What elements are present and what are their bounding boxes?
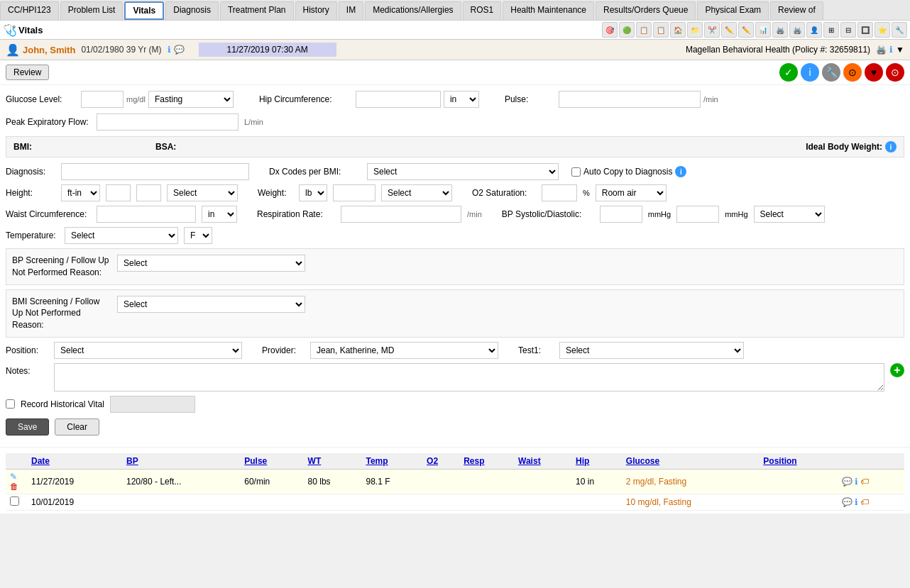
o2-type-select[interactable]: Room air — [596, 184, 667, 201]
row-chat-icon[interactable]: 💬 — [842, 477, 853, 487]
ideal-weight-info[interactable]: i — [885, 141, 897, 152]
patient-info-icon[interactable]: ℹ — [889, 45, 893, 55]
position-select[interactable]: Select — [54, 342, 242, 359]
gauge-icon[interactable]: ⊙ — [843, 63, 862, 82]
provider-select[interactable]: Jean, Katherine, MD — [310, 342, 498, 359]
bp-screening-select[interactable]: Select — [117, 255, 305, 272]
tab-ros1[interactable]: ROS1 — [463, 1, 502, 20]
auto-copy-checkbox[interactable] — [571, 167, 581, 177]
glucose-input[interactable] — [81, 91, 124, 108]
toolbar-icon-4[interactable]: 📋 — [653, 22, 669, 38]
dx-codes-select[interactable]: Select — [367, 163, 559, 180]
review-button[interactable]: Review — [6, 65, 49, 80]
wrench-icon[interactable]: 🔧 — [822, 63, 840, 82]
add-note-icon[interactable]: + — [890, 363, 904, 377]
weight-unit-select[interactable]: lbs kg — [299, 184, 327, 201]
bmi-screening-select[interactable]: Select — [117, 296, 305, 313]
patient-action-icon[interactable]: 🖨️ — [876, 45, 887, 55]
toolbar-icon-6[interactable]: 📁 — [687, 22, 703, 38]
tab-problem-list[interactable]: Problem List — [60, 1, 124, 20]
tab-health-maintenance[interactable]: Health Maintenance — [503, 1, 594, 20]
bp-systolic-input[interactable] — [600, 206, 642, 223]
col-position[interactable]: Position — [763, 456, 796, 466]
historical-date-input[interactable] — [110, 396, 195, 413]
toolbar-icon-11[interactable]: 🖨️ — [772, 22, 788, 38]
toolbar-icon-17[interactable]: ⭐ — [875, 22, 890, 38]
tab-diagnosis[interactable]: Diagnosis — [165, 1, 219, 20]
toolbar-icon-12[interactable]: 🖨️ — [789, 22, 805, 38]
weight-input[interactable] — [333, 184, 375, 201]
toolbar-icon-3[interactable]: 📋 — [636, 22, 652, 38]
tab-medications-allergies[interactable]: Medications/Allergies — [365, 1, 461, 20]
toolbar-icon-2[interactable]: 🟢 — [619, 22, 635, 38]
test1-select[interactable]: Select — [559, 342, 744, 359]
row-flag-icon[interactable]: 🏷 — [860, 477, 869, 487]
col-pulse[interactable]: Pulse — [244, 456, 267, 466]
resp-input[interactable] — [341, 206, 461, 223]
temp-select[interactable]: Select — [65, 227, 178, 244]
toolbar-icon-9[interactable]: ✏️ — [738, 22, 754, 38]
heart-icon[interactable]: ♥ — [865, 63, 883, 82]
tab-im[interactable]: IM — [339, 1, 363, 20]
col-temp[interactable]: Temp — [366, 456, 388, 466]
bp-diastolic-input[interactable] — [676, 206, 719, 223]
col-date[interactable]: Date — [31, 456, 50, 466]
temp-unit-select[interactable]: F C — [184, 227, 212, 244]
row-checkbox[interactable] — [10, 497, 19, 506]
toolbar-icon-7[interactable]: ✂️ — [704, 22, 720, 38]
height-ft-input[interactable] — [106, 184, 131, 201]
checkmark-icon[interactable]: ✓ — [779, 63, 798, 82]
o2-input[interactable] — [542, 184, 577, 201]
peak-input[interactable] — [97, 113, 239, 131]
toolbar-icon-15[interactable]: ⊟ — [840, 22, 856, 38]
save-button[interactable]: Save — [6, 418, 49, 436]
notes-textarea[interactable] — [54, 363, 884, 392]
height-select[interactable]: Select — [167, 184, 238, 201]
toolbar-icon-8[interactable]: ✏️ — [721, 22, 737, 38]
historical-checkbox[interactable] — [6, 399, 15, 409]
info-circle-icon[interactable]: i — [801, 63, 819, 82]
tab-physical-exam[interactable]: Physical Exam — [697, 1, 769, 20]
col-wt[interactable]: WT — [308, 456, 322, 466]
row-flag-icon[interactable]: 🏷 — [860, 497, 869, 507]
tab-treatment-plan[interactable]: Treatment Plan — [220, 1, 294, 20]
toolbar-icon-1[interactable]: 🎯 — [602, 22, 618, 38]
bp-select[interactable]: Select — [754, 206, 825, 223]
col-glucose[interactable]: Glucose — [626, 456, 659, 466]
col-resp[interactable]: Resp — [464, 456, 484, 466]
tab-results-orders-queue[interactable]: Results/Orders Queue — [596, 1, 696, 20]
tab-cc-hpi123[interactable]: CC/HPI123 — [0, 1, 59, 20]
toolbar-icon-5[interactable]: 🏠 — [670, 22, 686, 38]
col-hip[interactable]: Hip — [576, 456, 589, 466]
height-unit-select[interactable]: ft-in cm — [61, 184, 100, 201]
row-chat-icon[interactable]: 💬 — [842, 497, 853, 507]
patient-chat-icon[interactable]: 💬 — [174, 45, 185, 55]
glucose-type-select[interactable]: Fasting Non-Fasting Random — [148, 91, 234, 108]
tab-vitals[interactable]: Vitals — [124, 1, 164, 20]
circle-icon[interactable]: ⊙ — [886, 63, 904, 82]
pulse-input[interactable] — [559, 91, 701, 108]
row-info-icon[interactable]: ℹ — [855, 497, 858, 507]
waist-input[interactable] — [97, 206, 196, 223]
delete-icon[interactable]: 🗑 — [10, 482, 18, 492]
patient-msg-icon[interactable]: ℹ — [168, 45, 171, 55]
hip-unit-select[interactable]: in cm — [444, 91, 479, 108]
auto-copy-info[interactable]: i — [675, 166, 686, 177]
col-o2[interactable]: O2 — [427, 456, 438, 466]
weight-select[interactable]: Select — [381, 184, 452, 201]
toolbar-icon-18[interactable]: 🔧 — [892, 22, 907, 38]
col-waist[interactable]: Waist — [518, 456, 541, 466]
patient-expand-icon[interactable]: ▼ — [896, 45, 904, 55]
toolbar-icon-10[interactable]: 📊 — [755, 22, 771, 38]
patient-name[interactable]: John, Smith — [23, 45, 75, 55]
hip-input[interactable] — [356, 91, 441, 108]
edit-icon[interactable]: ✎ — [10, 472, 17, 482]
height-in-input[interactable] — [136, 184, 161, 201]
toolbar-icon-14[interactable]: ⊞ — [823, 22, 839, 38]
toolbar-icon-16[interactable]: 🔲 — [857, 22, 873, 38]
toolbar-icon-13[interactable]: 👤 — [806, 22, 822, 38]
diagnosis-input[interactable] — [61, 163, 249, 180]
waist-unit-select[interactable]: in cm — [202, 206, 237, 223]
tab-review-of[interactable]: Review of — [770, 1, 823, 20]
clear-button[interactable]: Clear — [55, 418, 99, 436]
